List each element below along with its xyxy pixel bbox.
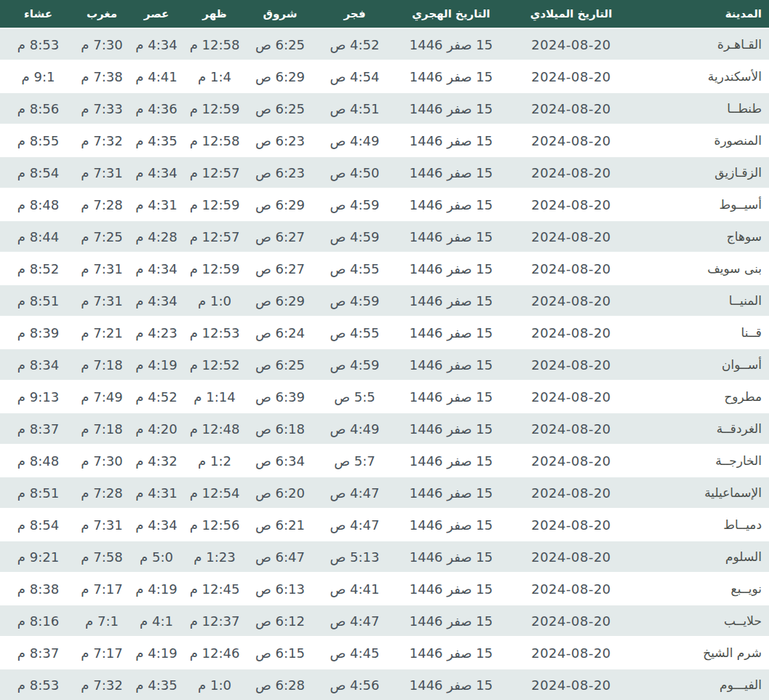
maghrib-cell: 7:18 م: [76, 413, 127, 445]
column-header-sunrise: شروق: [244, 0, 316, 28]
fajr-cell: 5:7 ص: [316, 445, 393, 477]
maghrib-cell: 7:33 م: [76, 92, 127, 124]
asr-cell: 4:23 م: [127, 317, 186, 349]
dhuhr-cell: 12:48 م: [186, 413, 244, 445]
isha-cell: 8:39 م: [0, 317, 76, 349]
maghrib-cell: 7:31 م: [76, 252, 127, 285]
gregorian-cell: 2024-08-20: [509, 285, 633, 317]
gregorian-cell: 2024-08-20: [509, 28, 633, 60]
column-header-dhuhr: ظهر: [186, 0, 244, 28]
hijri-cell: 15 صفر 1446: [393, 349, 509, 381]
isha-cell: 8:37 م: [0, 637, 76, 669]
gregorian-cell: 2024-08-20: [509, 381, 633, 413]
gregorian-cell: 2024-08-20: [509, 445, 633, 477]
city-cell: الإسماعيلية: [633, 477, 769, 509]
table-row: المنصورة 2024-08-20 15 صفر 1446 4:49 ص 6…: [0, 124, 769, 156]
gregorian-cell: 2024-08-20: [509, 477, 633, 509]
isha-cell: 8:34 م: [0, 349, 76, 381]
asr-cell: 4:31 م: [127, 477, 186, 509]
city-cell: المنيــا: [633, 285, 769, 317]
isha-cell: 9:1 م: [0, 60, 76, 92]
gregorian-cell: 2024-08-20: [509, 60, 633, 92]
table-row: الخارجــة 2024-08-20 15 صفر 1446 5:7 ص 6…: [0, 445, 769, 477]
isha-cell: 8:48 م: [0, 188, 76, 220]
fajr-cell: 5:13 ص: [316, 541, 393, 573]
table-row: شرم الشيخ 2024-08-20 15 صفر 1446 4:45 ص …: [0, 637, 769, 669]
column-header-gregorian-date: التاريخ الميلادي: [509, 0, 633, 28]
hijri-cell: 15 صفر 1446: [393, 541, 509, 573]
sunrise-cell: 6:20 ص: [244, 477, 316, 509]
fajr-cell: 4:59 ص: [316, 349, 393, 381]
column-header-hijri-date: التاريخ الهجري: [393, 0, 509, 28]
dhuhr-cell: 12:45 م: [186, 573, 244, 605]
city-cell: الفيـــوم: [633, 669, 769, 700]
maghrib-cell: 7:32 م: [76, 669, 127, 700]
hijri-cell: 15 صفر 1446: [393, 60, 509, 92]
sunrise-cell: 6:25 ص: [244, 28, 316, 60]
fajr-cell: 5:5 ص: [316, 381, 393, 413]
asr-cell: 4:34 م: [127, 285, 186, 317]
sunrise-cell: 6:25 ص: [244, 92, 316, 124]
dhuhr-cell: 12:56 م: [186, 509, 244, 541]
table-row: حلايــب 2024-08-20 15 صفر 1446 4:47 ص 6:…: [0, 605, 769, 637]
fajr-cell: 4:59 ص: [316, 285, 393, 317]
sunrise-cell: 6:34 ص: [244, 445, 316, 477]
isha-cell: 8:54 م: [0, 156, 76, 188]
asr-cell: 4:34 م: [127, 28, 186, 60]
isha-cell: 8:51 م: [0, 477, 76, 509]
table-row: أسيــوط 2024-08-20 15 صفر 1446 4:59 ص 6:…: [0, 188, 769, 220]
hijri-cell: 15 صفر 1446: [393, 285, 509, 317]
asr-cell: 4:36 م: [127, 92, 186, 124]
asr-cell: 4:19 م: [127, 637, 186, 669]
asr-cell: 4:1 م: [127, 605, 186, 637]
asr-cell: 4:19 م: [127, 349, 186, 381]
sunrise-cell: 6:27 ص: [244, 220, 316, 252]
asr-cell: 4:28 م: [127, 220, 186, 252]
city-cell: حلايــب: [633, 605, 769, 637]
dhuhr-cell: 12:54 م: [186, 477, 244, 509]
maghrib-cell: 7:32 م: [76, 124, 127, 156]
sunrise-cell: 6:21 ص: [244, 509, 316, 541]
hijri-cell: 15 صفر 1446: [393, 156, 509, 188]
gregorian-cell: 2024-08-20: [509, 637, 633, 669]
isha-cell: 8:54 م: [0, 509, 76, 541]
asr-cell: 4:34 م: [127, 252, 186, 285]
fajr-cell: 4:59 ص: [316, 220, 393, 252]
city-cell: شرم الشيخ: [633, 637, 769, 669]
city-cell: الخارجــة: [633, 445, 769, 477]
maghrib-cell: 7:21 م: [76, 317, 127, 349]
hijri-cell: 15 صفر 1446: [393, 252, 509, 285]
isha-cell: 8:16 م: [0, 605, 76, 637]
dhuhr-cell: 1:2 م: [186, 445, 244, 477]
dhuhr-cell: 1:23 م: [186, 541, 244, 573]
gregorian-cell: 2024-08-20: [509, 317, 633, 349]
city-cell: سوهاج: [633, 220, 769, 252]
fajr-cell: 4:49 ص: [316, 413, 393, 445]
isha-cell: 8:48 م: [0, 445, 76, 477]
gregorian-cell: 2024-08-20: [509, 124, 633, 156]
dhuhr-cell: 1:14 م: [186, 381, 244, 413]
isha-cell: 8:55 م: [0, 124, 76, 156]
city-cell: أســوان: [633, 349, 769, 381]
fajr-cell: 4:45 ص: [316, 637, 393, 669]
asr-cell: 4:31 م: [127, 188, 186, 220]
dhuhr-cell: 12:58 م: [186, 28, 244, 60]
column-header-maghrib: مغرب: [76, 0, 127, 28]
asr-cell: 4:34 م: [127, 509, 186, 541]
city-cell: قــنا: [633, 317, 769, 349]
city-cell: الأسكندرية: [633, 60, 769, 92]
fajr-cell: 4:47 ص: [316, 605, 393, 637]
fajr-cell: 4:55 ص: [316, 252, 393, 285]
hijri-cell: 15 صفر 1446: [393, 92, 509, 124]
dhuhr-cell: 1:0 م: [186, 669, 244, 700]
isha-cell: 9:13 م: [0, 381, 76, 413]
column-header-asr: عصر: [127, 0, 186, 28]
column-header-city: المدينة: [633, 0, 769, 28]
maghrib-cell: 7:30 م: [76, 445, 127, 477]
table-row: المنيــا 2024-08-20 15 صفر 1446 4:59 ص 6…: [0, 285, 769, 317]
fajr-cell: 4:54 ص: [316, 60, 393, 92]
table-row: الأسكندرية 2024-08-20 15 صفر 1446 4:54 ص…: [0, 60, 769, 92]
hijri-cell: 15 صفر 1446: [393, 124, 509, 156]
column-header-isha: عشاء: [0, 0, 76, 28]
maghrib-cell: 7:49 م: [76, 381, 127, 413]
